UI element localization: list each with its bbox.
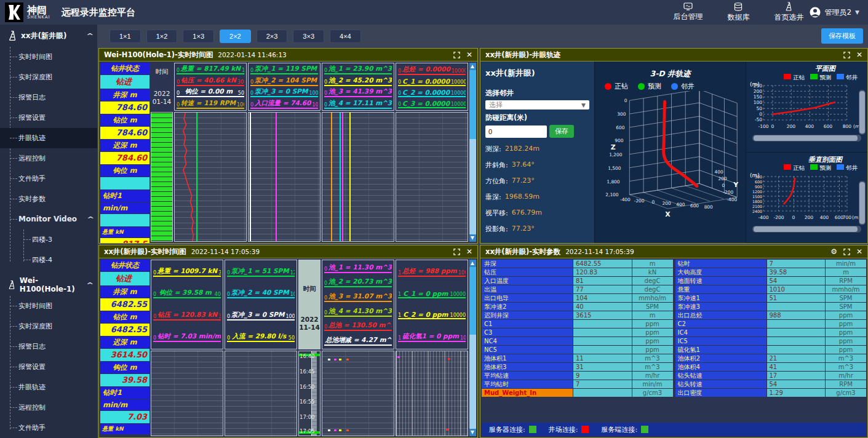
curve-label: 0钻压 = 40.66 kN300 [177, 76, 244, 86]
stat-inclination: 井斜角:37.64° [485, 161, 589, 170]
sidebar-item-monitor-video[interactable]: Monitor Video ^ [18, 209, 97, 229]
close-icon[interactable]: ✕ [466, 248, 472, 255]
svg-text:0: 0 [792, 215, 795, 220]
param-label: 悬重 kN [100, 424, 149, 434]
svg-text:1800: 1800 [752, 199, 762, 204]
horizontal-scrollbar[interactable] [752, 135, 861, 141]
svg-text:0: 0 [651, 199, 655, 205]
panel-wei-realtime-chart: Wei-H100(Hole-1)-实时时间图 2022-01-14 11:46:… [98, 48, 478, 244]
sidebar-well-xx[interactable]: xx井(新井眼) ^ [0, 25, 97, 47]
layout-4x4-button[interactable]: 4×4 [330, 30, 361, 43]
save-button[interactable]: 保存 [549, 125, 574, 138]
scroll-down-icon[interactable] [469, 234, 476, 242]
scroll-up-icon[interactable] [469, 260, 476, 267]
vertical-scrollbar[interactable] [469, 63, 476, 242]
monitor-video-label: Monitor Video [18, 215, 77, 223]
chevron-up-icon[interactable]: ^ [87, 209, 95, 229]
sidebar-item-alarm-settings[interactable]: 报警设置 [18, 108, 97, 128]
sidebar-item-realtime-params[interactable]: 实时参数 [18, 189, 97, 209]
sidebar-item-realtime-time-chart[interactable]: 实时时间图 [18, 296, 97, 316]
expand-icon[interactable] [453, 249, 460, 255]
rop-value [100, 214, 149, 226]
time-tick: 17:00 [300, 414, 315, 420]
sidebar-item-file-helper[interactable]: 文件助手 [18, 418, 97, 438]
svg-text:200: 200 [754, 89, 763, 94]
svg-text:-200: -200 [773, 215, 784, 220]
menu-backend-admin[interactable]: 后台管理 [673, 2, 703, 22]
sidebar-item-realtime-time-chart[interactable]: 实时时间图 [18, 47, 97, 67]
horizontal-scrollbar[interactable] [752, 226, 861, 233]
anticollision-distance-input[interactable] [485, 125, 547, 138]
layout-1x1-button[interactable]: 1×1 [109, 30, 141, 43]
chevron-up-icon[interactable]: ^ [86, 282, 94, 289]
layout-2x3-button[interactable]: 2×3 [257, 30, 288, 43]
expand-icon[interactable] [843, 52, 850, 58]
scroll-down-icon[interactable] [469, 429, 476, 436]
vertical-scrollbar[interactable] [859, 90, 866, 135]
vertical-scrollbar[interactable] [859, 181, 866, 226]
sidebar-item-realtime-depth-chart[interactable]: 实时深度图 [18, 67, 97, 87]
close-icon[interactable]: ✕ [856, 248, 862, 255]
sidebar-item-camera-4f-4[interactable]: 四楼-4 [32, 250, 97, 270]
sidebar-item-remote-control[interactable]: 远程控制 [18, 397, 97, 418]
curve-label: 0C_2 = 0.0000100000 [398, 89, 466, 97]
scrollbar-thumb[interactable] [469, 70, 476, 139]
svg-text:100: 100 [754, 100, 763, 105]
table-row: NC5ppm硫化氢1ppm [482, 346, 866, 354]
plot-3d-title: 3-D 井轨迹 [595, 62, 746, 79]
data-point [339, 429, 341, 431]
sidebar-item-well-trajectory[interactable]: 井眼轨迹 [18, 377, 97, 397]
vertical-section-title: 垂直剖面图 [747, 155, 866, 164]
svg-text:-200: -200 [634, 198, 645, 204]
user-name: 管理员2 [824, 7, 851, 18]
menu-database[interactable]: 数据库 [727, 2, 749, 23]
status-indicator [529, 426, 536, 433]
time-ruler: 16:40 16:45 16:50 16:55 17:00 17:05 [298, 351, 321, 436]
layout-2x2-button[interactable]: 2×2 [220, 30, 251, 43]
sidebar-item-realtime-depth-chart[interactable]: 实时深度图 [18, 316, 97, 336]
scrollbar-thumb[interactable] [754, 135, 858, 141]
sidebar-item-remote-control[interactable]: 远程控制 [18, 148, 97, 169]
close-icon[interactable]: ✕ [466, 51, 472, 58]
menu-home-well-select[interactable]: 首页选井 [774, 2, 803, 23]
vertical-scrollbar[interactable] [469, 260, 476, 436]
scroll-up-icon[interactable] [469, 63, 476, 70]
scrollbar-thumb[interactable] [754, 226, 858, 232]
scrollbar-thumb[interactable] [469, 267, 476, 335]
scrollbar-thumb[interactable] [859, 91, 865, 133]
layout-1x2-button[interactable]: 1×2 [146, 30, 178, 43]
user-menu[interactable]: 管理员2 ▼ [810, 7, 859, 18]
layout-3x3-button[interactable]: 3×3 [293, 30, 324, 43]
svg-text:200: 200 [787, 124, 796, 129]
curve-label: 0C_3 = 0.0000100000 [398, 100, 466, 108]
expand-icon[interactable] [453, 52, 460, 58]
svg-text:Y: Y [733, 181, 738, 189]
sidebar-item-file-helper[interactable]: 文件助手 [18, 169, 97, 189]
sidebar-item-well-trajectory[interactable]: 井眼轨迹 [0, 128, 97, 148]
expand-icon[interactable] [843, 249, 850, 255]
chevron-up-icon[interactable]: ^ [86, 33, 94, 39]
table-row: 泵冲速240SPM泵冲速3SPM [482, 303, 866, 311]
stat-label: 测深: [485, 145, 501, 154]
scrollbar-thumb[interactable] [859, 182, 865, 225]
close-icon[interactable]: ✕ [856, 51, 862, 58]
menu-label: 首页选井 [774, 12, 803, 23]
sidebar-item-alarm-settings[interactable]: 报警设置 [18, 357, 97, 377]
sidebar-item-alarm-log[interactable]: 报警日志 [18, 336, 97, 357]
offset-well-select[interactable]: 选择 ▼ [485, 100, 589, 110]
stat-label: 投影角: [485, 225, 508, 234]
svg-text:Z: Z [611, 143, 616, 151]
plot-3d-area: 3-D 井轨迹 正钻 预测 邻井 0 [595, 62, 746, 243]
plan-view-title: 平面图 [747, 64, 866, 73]
vertical-section-chart: 300 600 900 1200 1500 1800 2100 2400 -40… [747, 173, 863, 222]
sidebar-item-alarm-log[interactable]: 报警日志 [18, 87, 97, 108]
well-name: xx井(新井眼) [21, 31, 66, 41]
plot-3d-legend: 正钻 预测 邻井 [595, 79, 746, 91]
axis-unit: (m) [750, 172, 760, 178]
sidebar-item-camera-4f-3[interactable]: 四楼-3 [32, 229, 97, 250]
track-plot [396, 351, 468, 436]
save-template-button[interactable]: 保存模板 [821, 28, 863, 44]
settings-gear-icon[interactable]: ⚙ [830, 248, 837, 255]
layout-1x3-button[interactable]: 1×3 [183, 30, 214, 43]
sidebar-well-wei-h100[interactable]: Wei-H100(Hole-1) ^ [0, 274, 97, 296]
